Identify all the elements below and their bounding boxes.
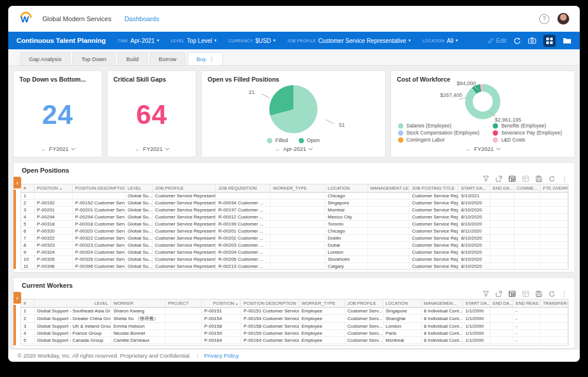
more-icon[interactable]: ⋮ bbox=[562, 176, 567, 182]
refresh-icon[interactable] bbox=[549, 291, 555, 297]
column-header[interactable]: FTE OVERRIDE bbox=[540, 184, 568, 193]
table-row[interactable]: 1Global Support - Southeast Asia GroShar… bbox=[21, 308, 568, 315]
grid-view-button[interactable] bbox=[543, 35, 556, 47]
table-row[interactable]: 1Global Su...Customer Service Representa… bbox=[21, 193, 568, 200]
tab-buy[interactable]: Buy⋮ bbox=[188, 52, 223, 65]
table-row[interactable]: 6Global Support - Canada GroupDylan John… bbox=[21, 344, 568, 346]
table-row[interactable]: 2P-00152P-00152 Customer Service...Globa… bbox=[21, 200, 568, 207]
table-row[interactable]: 11P-00396P-00396 Customer Service...Glob… bbox=[21, 263, 568, 270]
column-header[interactable]: JOB REQUISITION bbox=[216, 184, 270, 193]
column-header[interactable]: # bbox=[21, 299, 34, 308]
column-header[interactable]: JOB PROFILE bbox=[152, 184, 216, 193]
filter-currency[interactable]: CURRENCY$USD▾ bbox=[228, 38, 275, 44]
column-header[interactable]: END DA... bbox=[490, 184, 514, 193]
legend-item[interactable]: Filled bbox=[267, 137, 288, 143]
edit-button[interactable]: Edit bbox=[488, 38, 506, 44]
column-header[interactable]: COMME... bbox=[514, 184, 540, 193]
column-header[interactable]: POSITION▲ bbox=[202, 299, 241, 308]
column-header[interactable]: END REAS... bbox=[513, 299, 540, 308]
column-header[interactable]: LEVEL bbox=[125, 184, 152, 193]
workday-logo-icon[interactable]: W bbox=[19, 12, 34, 26]
column-header[interactable]: WORKER_TYPE bbox=[299, 299, 345, 308]
more-icon[interactable]: ⋮ bbox=[209, 56, 214, 62]
refresh-icon[interactable] bbox=[549, 176, 555, 182]
column-header[interactable]: START DA... bbox=[459, 184, 490, 193]
filter-job-profile[interactable]: JOB PROFILECustomer Service Representati… bbox=[287, 38, 410, 44]
legend-item[interactable]: Contingent Labor bbox=[398, 137, 485, 143]
column-header[interactable]: JOB PROFILE bbox=[345, 299, 383, 308]
expand-panel-handle[interactable]: › bbox=[14, 177, 21, 188]
export-icon[interactable] bbox=[496, 176, 502, 182]
more-icon[interactable]: ⋮ bbox=[562, 291, 567, 297]
tab-gap-analysis[interactable]: Gap Analysis bbox=[20, 52, 70, 65]
column-header[interactable]: WORKER_TYPE bbox=[270, 184, 325, 193]
privacy-policy-link[interactable]: Privacy Policy bbox=[204, 352, 239, 359]
table-row[interactable]: 4Global Support - France GroupNicolas Bo… bbox=[21, 330, 568, 337]
refresh-icon[interactable] bbox=[513, 37, 521, 45]
tab-build[interactable]: Build bbox=[118, 52, 148, 65]
table-icon[interactable] bbox=[522, 291, 529, 297]
filter-icon[interactable] bbox=[483, 291, 489, 297]
column-header[interactable]: JOB POSTING TITLE bbox=[409, 184, 459, 193]
table-row[interactable]: 6P-00320P-00320 Customer Service...Globa… bbox=[21, 228, 568, 235]
filter-level[interactable]: LEVELTop Level▾ bbox=[171, 38, 216, 44]
table-cell: Chicago bbox=[325, 193, 368, 200]
filter-icon[interactable] bbox=[483, 176, 489, 182]
column-header[interactable]: POSITION▲ bbox=[34, 184, 72, 193]
filter-location[interactable]: LOCATIONAll▾ bbox=[422, 38, 457, 44]
table-cell: 8/10/2020 bbox=[459, 235, 490, 242]
save-icon[interactable] bbox=[536, 176, 542, 182]
nav-dashboards-link[interactable]: Dashboards bbox=[124, 15, 159, 22]
card-footer-control[interactable]: ← Apr-2021 bbox=[275, 146, 312, 153]
column-header[interactable]: POSITION DESCRIPTION bbox=[241, 299, 299, 308]
table-settings-icon[interactable] bbox=[509, 176, 516, 182]
table-cell bbox=[270, 221, 325, 228]
column-header[interactable]: START DA... bbox=[463, 299, 490, 308]
column-header[interactable]: PROJECT bbox=[165, 299, 201, 308]
table-row[interactable]: 7P-00322P-00322 Customer Service...Globa… bbox=[21, 235, 568, 242]
legend-item[interactable]: Stock Compensation (Employee) bbox=[398, 130, 485, 136]
column-header[interactable]: LEVEL bbox=[34, 299, 111, 308]
card-footer-control[interactable]: ← FY2021 bbox=[466, 146, 499, 153]
tab-borrow[interactable]: Borrow bbox=[150, 52, 185, 65]
legend-item[interactable]: Severance Pay (Employee) bbox=[493, 130, 567, 136]
help-icon[interactable]: ? bbox=[539, 14, 549, 24]
column-header[interactable]: MANAGEMEN... bbox=[421, 299, 463, 308]
column-header[interactable]: LOCATION bbox=[325, 184, 368, 193]
legend-item[interactable]: Benefits (Employee) bbox=[493, 123, 567, 129]
legend-item[interactable]: Salaries (Employee) bbox=[398, 123, 485, 129]
expand-panel-handle[interactable]: › bbox=[14, 292, 21, 304]
table-cell: P-00159 bbox=[202, 330, 241, 337]
table-icon[interactable] bbox=[522, 176, 529, 182]
table-row[interactable]: 3P-00201P-00201 Customer Service...Globa… bbox=[21, 207, 568, 214]
pie-chart-open-vs-filled[interactable]: 21 51 bbox=[208, 83, 379, 136]
tab-top-down[interactable]: Top Down bbox=[72, 52, 115, 65]
table-row[interactable]: 2Global Support - Greater China GrouShei… bbox=[21, 315, 568, 323]
column-header[interactable]: TRANSFER-IN bbox=[540, 299, 568, 308]
column-header[interactable]: MANAGEMENT LE... bbox=[368, 184, 409, 193]
table-row[interactable]: 8P-00323P-00323 Customer Service...Globa… bbox=[21, 242, 568, 249]
column-header[interactable]: POSITION DESCRIPTION bbox=[72, 184, 125, 193]
table-row[interactable]: 5Global Support - Canada GroupCamille De… bbox=[21, 337, 568, 344]
save-icon[interactable] bbox=[536, 291, 542, 297]
donut-chart-cost-of-workforce[interactable]: $84,000 $267,400 $2,961,195 bbox=[397, 83, 569, 120]
table-settings-icon[interactable] bbox=[509, 291, 516, 297]
table-row[interactable]: 3Global Support - UK & Ireland GroupEmma… bbox=[21, 323, 568, 330]
column-header[interactable]: # bbox=[21, 184, 34, 193]
table-row[interactable]: 10P-00326P-00326 Customer Service...Glob… bbox=[21, 256, 568, 263]
table-row[interactable]: 9P-00324P-00324 Customer Service...Globa… bbox=[21, 249, 568, 256]
column-header[interactable]: END DA... bbox=[490, 299, 513, 308]
camera-icon[interactable] bbox=[528, 37, 536, 44]
export-icon[interactable] bbox=[496, 291, 502, 297]
card-footer-control[interactable]: ← FY2021 bbox=[41, 146, 74, 153]
filter-time[interactable]: TIMEApr-2021▾ bbox=[118, 38, 159, 44]
table-row[interactable]: 4P-00294P-00294 Customer Service...Globa… bbox=[21, 214, 568, 221]
legend-item[interactable]: L&D Costs bbox=[493, 137, 567, 143]
table-row[interactable]: 5P-00318P-00318 Customer Service...Globa… bbox=[21, 221, 568, 228]
folder-icon[interactable] bbox=[563, 37, 572, 44]
avatar[interactable] bbox=[557, 13, 569, 25]
card-footer-control[interactable]: ← FY2021 bbox=[135, 146, 168, 153]
column-header[interactable]: WORKER bbox=[111, 299, 165, 308]
legend-item[interactable]: Open bbox=[299, 137, 320, 143]
column-header[interactable]: LOCATION bbox=[383, 299, 421, 308]
